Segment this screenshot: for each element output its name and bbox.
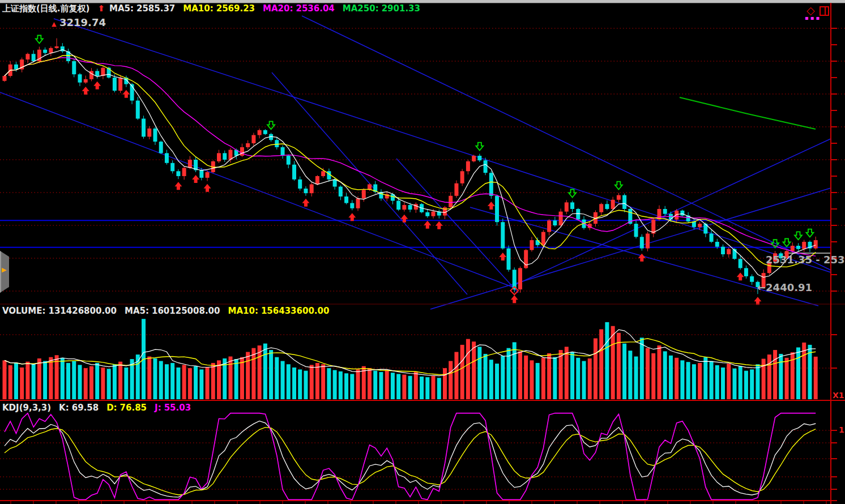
kdj-k-readout: K:69.58 — [59, 403, 99, 413]
drawn-lines — [0, 16, 831, 309]
low-price-label: ←2440.91 — [757, 281, 812, 293]
price-pane-candles — [3, 39, 818, 294]
chart-canvas[interactable] — [0, 0, 845, 504]
peak-price-label: 3219.74 — [59, 16, 106, 28]
price-range-label: 2531.35 - 253 — [766, 254, 845, 266]
ma20-readout: MA20:2536.04 — [263, 3, 335, 14]
ma5-readout: MA5:2585.37 — [109, 3, 175, 14]
trading-app-window: 上证指数(日线.前复权) ⬆ MA5:2585.37 MA10:2569.23 … — [0, 0, 845, 504]
ma10-readout: MA10:2569.23 — [183, 3, 255, 14]
kdj-j-readout: J:55.03 — [155, 403, 191, 413]
more-options-dots-icon[interactable]: ▪▪▪ — [805, 15, 821, 21]
ma250-readout: MA250:2901.33 — [343, 3, 420, 14]
expand-arrow-icon: ▶ — [2, 266, 6, 274]
main-chart-header: 上证指数(日线.前复权) ⬆ MA5:2585.37 MA10:2569.23 … — [2, 3, 420, 14]
volume-scale-label: X1 — [833, 391, 844, 400]
kdj-scale-label: 1 — [839, 425, 844, 434]
kdj-pane-lines — [5, 413, 816, 500]
trend-up-arrow-icon: ⬆ — [97, 3, 105, 14]
volume-ma5-readout: MA5:160125008.00 — [125, 306, 220, 316]
signal-markers — [36, 35, 814, 305]
expand-panel-tab[interactable]: ▶ — [0, 251, 9, 293]
volume-pane-header: VOLUME:131426800.00 MA5:160125008.00 MA1… — [2, 306, 329, 316]
volume-pane-bars — [3, 319, 818, 399]
kdj-pane-header: KDJ(9,3,3) K:69.58 D:76.85 J:55.03 — [2, 403, 191, 413]
instrument-title: 上证指数(日线.前复权) — [2, 3, 89, 14]
volume-ma10-readout: MA10:156433600.00 — [228, 306, 330, 316]
kdj-d-readout: D:76.85 — [106, 403, 147, 413]
peak-marker-icon: ▲ — [52, 20, 56, 28]
kdj-indicator-name: KDJ(9,3,3) — [2, 403, 51, 413]
volume-readout: VOLUME:131426800.00 — [2, 306, 117, 316]
